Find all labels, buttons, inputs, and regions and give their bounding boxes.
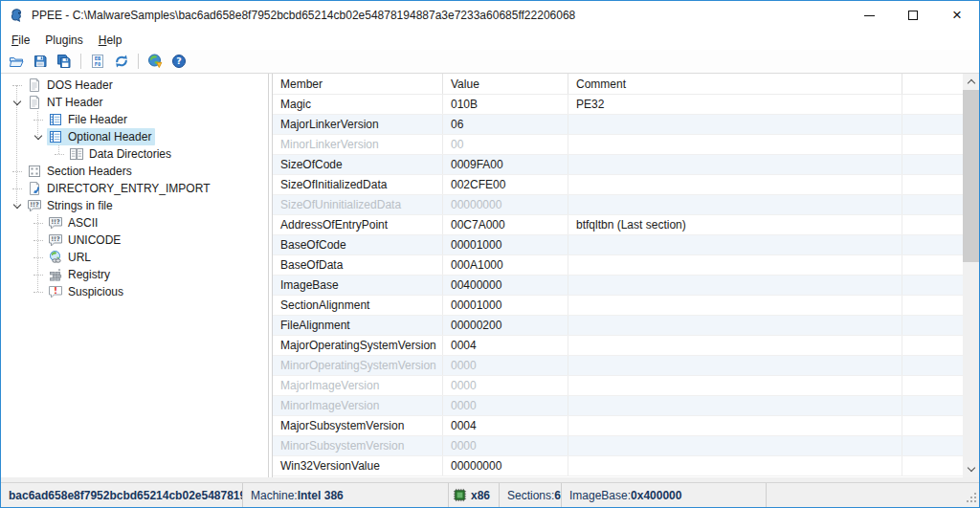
cell-comment	[568, 195, 902, 214]
cell-filler	[902, 456, 963, 475]
table-row[interactable]: MinorSubsystemVersion0000	[273, 436, 963, 456]
app-window: PPEE - C:\MalwareSamples\bac6ad658e8f795…	[0, 0, 980, 508]
chevron-expanded-icon[interactable]	[13, 97, 21, 104]
table-row[interactable]: FileAlignment00000200	[273, 316, 963, 336]
cell-value: 00001000	[443, 296, 568, 315]
table-row[interactable]: MajorLinkerVersion06	[273, 115, 963, 135]
maximize-button[interactable]	[891, 1, 935, 30]
column-header-comment[interactable]: Comment	[568, 74, 902, 94]
tree-connector	[12, 171, 22, 172]
table-row[interactable]: MinorOperatingSystemVersion0000	[273, 356, 963, 376]
table-icon	[48, 129, 63, 144]
column-header-member[interactable]: Member	[273, 74, 443, 94]
vertical-scrollbar[interactable]	[963, 74, 979, 477]
status-file-hash: bac6ad658e8f7952bcbd65214cb02e5487819	[1, 483, 243, 507]
cell-value: 0000	[443, 376, 568, 395]
table-row[interactable]: MajorSubsystemVersion0004	[273, 416, 963, 436]
imagebase-label: ImageBase:	[569, 489, 631, 502]
toolbar-button-help[interactable]: ?	[167, 51, 190, 72]
table-row[interactable]: SizeOfCode0009FA00	[273, 155, 963, 175]
tree-item-label: File Header	[68, 113, 127, 126]
close-icon: ×	[952, 11, 962, 20]
menu-help[interactable]: Help	[91, 32, 130, 49]
tree-item-strings-in-file[interactable]: !!?Strings in file	[1, 197, 268, 214]
close-button[interactable]: ×	[935, 1, 979, 30]
tree-item-registry[interactable]: Registry	[1, 266, 268, 283]
document-icon	[27, 77, 42, 93]
section-grid-icon	[27, 164, 42, 179]
cell-member: SectionAlignment	[273, 296, 443, 315]
table-row[interactable]: SizeOfUninitializedData00000000	[273, 195, 963, 215]
cell-member: MajorLinkerVersion	[273, 115, 443, 134]
tree-item-dos-header[interactable]: DOS Header	[1, 77, 268, 94]
table-row[interactable]: SizeOfInitializedData002CFE00	[273, 175, 963, 195]
status-sections: Sections: 6	[500, 483, 562, 507]
tree-item-suspicious[interactable]: !Suspicious	[1, 283, 268, 300]
tree-item-url[interactable]: URL	[1, 249, 268, 266]
toolbar-button-hex-signature[interactable]: EBF0	[86, 51, 109, 72]
cell-value: 00C7A000	[443, 215, 568, 234]
chevron-expanded-icon[interactable]	[34, 131, 42, 139]
tree-item-file-header[interactable]: File Header	[1, 111, 268, 128]
menu-file[interactable]: File	[4, 32, 37, 49]
tree-item-ascii[interactable]: !!?ASCII	[1, 214, 268, 232]
column-header-filler	[902, 74, 963, 94]
svg-text:F0: F0	[95, 61, 101, 67]
tree-item-label: Section Headers	[47, 165, 132, 178]
cell-comment	[568, 135, 902, 154]
tree-item-directory-entry-import[interactable]: DIRECTORY_ENTRY_IMPORT	[1, 180, 268, 197]
scroll-up-button[interactable]	[963, 74, 979, 90]
tree-item-optional-header[interactable]: Optional Header	[1, 128, 268, 145]
cell-comment	[568, 356, 902, 375]
data-tables-icon	[69, 146, 84, 162]
cell-member: SizeOfCode	[273, 155, 443, 174]
listview: Member Value Comment Magic010BPE32MajorL…	[273, 74, 963, 477]
cell-comment	[568, 175, 902, 194]
strings-bubble-icon: !!?	[48, 232, 63, 248]
tree-item-label: DOS Header	[47, 78, 113, 92]
toolbar-button-open-file[interactable]	[5, 51, 28, 72]
chevron-expanded-icon[interactable]	[13, 200, 21, 208]
tree-item-data-directories[interactable]: Data Directories	[1, 145, 268, 163]
minimize-button[interactable]	[847, 1, 891, 30]
arch-value: x86	[471, 489, 490, 502]
cell-filler	[902, 316, 963, 335]
toolbar-separator	[80, 54, 81, 69]
table-row[interactable]: AddressOfEntryPoint00C7A000btfqltbn (Las…	[273, 215, 963, 235]
table-row[interactable]: SectionAlignment00001000	[273, 296, 963, 316]
sections-label: Sections:	[507, 489, 554, 502]
table-row[interactable]: BaseOfData000A1000	[273, 255, 963, 276]
statusbar: bac6ad658e8f7952bcbd65214cb02e5487819 Ma…	[1, 482, 979, 507]
table-row[interactable]: MinorImageVersion0000	[273, 396, 963, 416]
cell-member: Win32VersionValue	[273, 456, 443, 475]
table-row[interactable]: BaseOfCode00001000	[273, 235, 963, 255]
table-row[interactable]: MajorOperatingSystemVersion0004	[273, 336, 963, 356]
table-row[interactable]: Win32VersionValue00000000	[273, 456, 963, 476]
table-row[interactable]: MajorImageVersion0000	[273, 376, 963, 396]
status-machine: Machine: Intel 386	[243, 483, 449, 507]
table-row[interactable]: MinorLinkerVersion00	[273, 135, 963, 155]
resize-grip[interactable]	[965, 493, 976, 504]
tree-item-nt-header[interactable]: NT Header	[1, 94, 268, 111]
cell-value: 010B	[443, 95, 568, 114]
table-row[interactable]: ImageBase00400000	[273, 276, 963, 296]
tree-item-section-headers[interactable]: Section Headers	[1, 163, 268, 180]
cell-filler	[902, 135, 963, 154]
import-icon	[27, 181, 42, 196]
tree-item-label: DIRECTORY_ENTRY_IMPORT	[47, 182, 210, 195]
titlebar[interactable]: PPEE - C:\MalwareSamples\bac6ad658e8f795…	[1, 1, 979, 30]
toolbar-button-save-all[interactable]	[53, 51, 76, 72]
cell-filler	[902, 195, 963, 214]
column-header-value[interactable]: Value	[443, 74, 568, 94]
sections-value: 6	[554, 489, 561, 502]
svg-text:?: ?	[176, 55, 182, 66]
scroll-down-button[interactable]	[963, 461, 979, 477]
cell-comment	[568, 155, 902, 174]
menu-plugins[interactable]: Plugins	[37, 32, 90, 49]
toolbar-button-save[interactable]	[29, 51, 52, 72]
tree-item-unicode[interactable]: !!?UNICODE	[1, 232, 268, 249]
scrollbar-thumb[interactable]	[963, 90, 979, 262]
table-row[interactable]: Magic010BPE32	[273, 95, 963, 115]
toolbar-button-web-globe[interactable]	[144, 51, 167, 72]
toolbar-button-refresh[interactable]	[110, 51, 133, 72]
